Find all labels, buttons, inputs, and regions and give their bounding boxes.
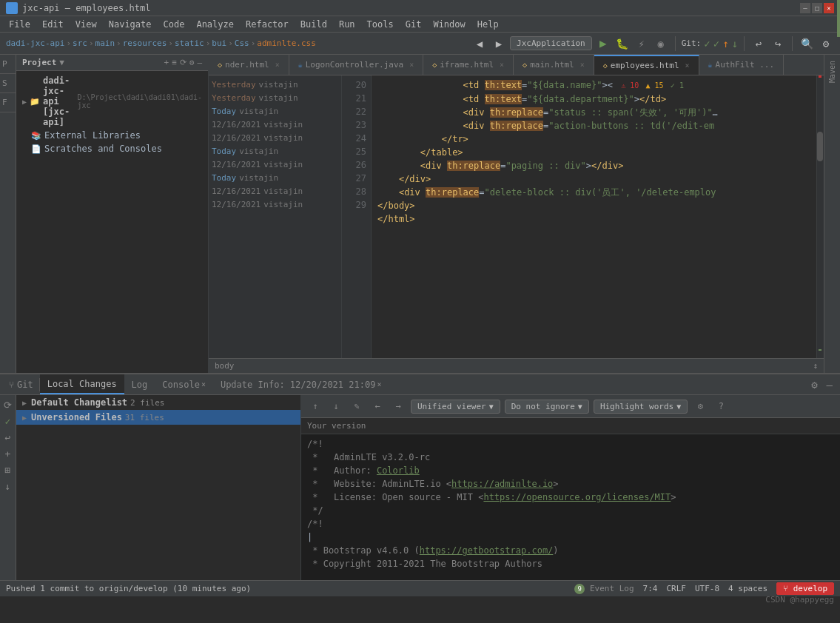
- profile-button[interactable]: ⚡: [634, 36, 650, 52]
- unified-viewer-selector[interactable]: Unified viewer ▼: [411, 400, 500, 414]
- breadcrumb-file[interactable]: adminlte.css: [257, 38, 315, 48]
- tab-close-icon[interactable]: ×: [409, 61, 414, 69]
- update-info-tab[interactable]: Update Info: 12/20/2021 21:09 ×: [213, 374, 389, 394]
- menu-tools[interactable]: Tools: [361, 18, 400, 31]
- editor-scrollbar[interactable]: [816, 75, 824, 358]
- tab-auth-filt[interactable]: ☕ AuthFilt ...: [699, 55, 784, 75]
- scrollbar-thumb[interactable]: [817, 132, 823, 161]
- diff-settings-btn[interactable]: ⚙: [692, 398, 708, 414]
- menu-git[interactable]: Git: [400, 18, 428, 31]
- panel-dropdown-icon[interactable]: ▼: [59, 58, 64, 67]
- back-navigation-icon[interactable]: ◀: [471, 36, 488, 52]
- add-icon[interactable]: +: [1, 447, 15, 460]
- breadcrumb-css[interactable]: Css: [235, 38, 249, 48]
- tab-iframe-html[interactable]: ◇ iframe.html ×: [423, 55, 514, 75]
- favorites-panel-icon[interactable]: F: [0, 93, 16, 112]
- tab-employees-html[interactable]: ◇ employees.html ×: [594, 55, 699, 75]
- tab-logon-controller[interactable]: ☕ LogonController.java ×: [289, 55, 424, 75]
- line-ending[interactable]: CRLF: [666, 584, 686, 593]
- redo-button[interactable]: ↪: [770, 36, 786, 52]
- tree-item-external[interactable]: 📚 External Libraries: [16, 129, 208, 142]
- breadcrumb-project[interactable]: dadi-jxc-api: [6, 38, 64, 48]
- default-changelist-item[interactable]: ▶ Default Changelist 2 files: [16, 395, 300, 410]
- panel-settings-btn[interactable]: ⚙: [807, 377, 821, 392]
- menu-code[interactable]: Code: [158, 18, 191, 31]
- breadcrumb-src[interactable]: src: [73, 38, 87, 48]
- tab-close-icon[interactable]: ×: [685, 61, 690, 70]
- edit-diff-btn[interactable]: ✎: [349, 398, 365, 414]
- git-pull-icon[interactable]: ↓: [732, 38, 738, 50]
- event-log-btn[interactable]: 9 Event Log: [574, 584, 634, 594]
- coverage-button[interactable]: ◉: [653, 36, 669, 52]
- menu-navigate[interactable]: Navigate: [103, 18, 158, 31]
- breadcrumb-static[interactable]: static: [175, 38, 204, 48]
- git-check-icon[interactable]: ✓: [704, 38, 710, 50]
- panel-settings-icon[interactable]: ⚙: [189, 58, 195, 67]
- console-close-icon[interactable]: ×: [201, 380, 206, 388]
- menu-analyze[interactable]: Analyze: [190, 18, 240, 31]
- go-right-btn[interactable]: →: [390, 398, 406, 414]
- menu-refactor[interactable]: Refactor: [240, 18, 295, 31]
- tree-item-scratches[interactable]: 📄 Scratches and Consoles: [16, 142, 208, 155]
- cursor-position[interactable]: 7:4: [643, 584, 658, 593]
- git-panel-tab[interactable]: ⑂ Git: [3, 378, 40, 391]
- menu-run[interactable]: Run: [333, 18, 361, 31]
- menu-build[interactable]: Build: [295, 18, 333, 31]
- prev-diff-btn[interactable]: ↑: [307, 398, 323, 414]
- unversioned-files-item[interactable]: ▶ Unversioned Files 31 files: [16, 410, 300, 425]
- panel-sync-icon[interactable]: ⟳: [180, 58, 187, 67]
- menu-view[interactable]: View: [70, 18, 103, 31]
- refresh-icon[interactable]: ⟳: [1, 398, 15, 411]
- git-branch-indicator[interactable]: ⑂ develop: [776, 582, 834, 595]
- undo-button[interactable]: ↩: [750, 36, 767, 52]
- diff-icon[interactable]: ⊞: [1, 463, 15, 476]
- commit-icon[interactable]: ✓: [1, 414, 15, 428]
- structure-panel-icon[interactable]: S: [0, 74, 16, 93]
- close-button[interactable]: ✕: [824, 3, 834, 13]
- indent-settings[interactable]: 4 spaces: [728, 584, 767, 593]
- highlight-words-selector[interactable]: Highlight words ▼: [594, 400, 688, 414]
- forward-navigation-icon[interactable]: ▶: [491, 36, 507, 52]
- tree-item-root[interactable]: ▶ 📁 dadi-jxc-api [jxc-api] D:\Project\da…: [16, 74, 208, 129]
- menu-edit[interactable]: Edit: [36, 18, 70, 31]
- maximize-button[interactable]: □: [812, 3, 822, 13]
- run-config-selector[interactable]: JxcApplication: [510, 36, 592, 50]
- tab-nder-html[interactable]: ◇ nder.html ×: [209, 55, 289, 75]
- event-count-badge: 9: [574, 584, 585, 594]
- rollback-icon[interactable]: ↩: [1, 431, 15, 444]
- diff-content[interactable]: /*! * AdminLTE v3.2.0-rc * Author: Color…: [301, 434, 840, 580]
- tab-main-html[interactable]: ◇ main.html ×: [514, 55, 594, 75]
- panel-list-icon[interactable]: ≡: [172, 58, 177, 67]
- search-everywhere-icon[interactable]: 🔍: [799, 36, 815, 52]
- settings-icon2[interactable]: ↓: [1, 479, 15, 493]
- settings-icon[interactable]: ⚙: [818, 36, 834, 52]
- panel-hide-icon[interactable]: –: [197, 58, 202, 67]
- breadcrumb-main[interactable]: main: [95, 38, 115, 48]
- menu-help[interactable]: Help: [471, 18, 505, 31]
- menu-window[interactable]: Window: [427, 18, 471, 31]
- diff-help-btn[interactable]: ?: [713, 398, 729, 414]
- console-tab[interactable]: Console ×: [155, 374, 213, 394]
- run-button[interactable]: ▶: [595, 36, 611, 52]
- git-check2-icon[interactable]: ✓: [713, 38, 719, 50]
- code-content[interactable]: <td th:text="${data.name}">< ⚠ 10 ▲ 15 ✓…: [372, 75, 816, 358]
- tab-close-icon[interactable]: ×: [500, 61, 504, 69]
- ignore-whitespace-selector[interactable]: Do not ignore ▼: [505, 400, 589, 414]
- menu-file[interactable]: File: [3, 18, 36, 31]
- tab-close-icon[interactable]: ×: [275, 61, 280, 69]
- panel-add-icon[interactable]: +: [164, 58, 169, 67]
- breadcrumb-bui[interactable]: bui: [212, 38, 226, 48]
- log-tab[interactable]: Log: [124, 374, 155, 394]
- panel-minimize-btn[interactable]: –: [822, 377, 837, 392]
- project-panel-icon[interactable]: P: [0, 55, 16, 74]
- local-changes-tab[interactable]: Local Changes: [40, 374, 124, 394]
- encoding[interactable]: UTF-8: [695, 584, 719, 593]
- tab-close-icon[interactable]: ×: [580, 61, 585, 69]
- breadcrumb-resources[interactable]: resources: [123, 38, 167, 48]
- update-close-icon[interactable]: ×: [377, 380, 381, 388]
- git-push-icon[interactable]: ↑: [722, 38, 728, 50]
- go-left-btn[interactable]: ←: [369, 398, 386, 414]
- debug-button[interactable]: 🐛: [614, 36, 631, 52]
- next-diff-btn[interactable]: ↓: [328, 398, 344, 414]
- minimize-button[interactable]: –: [800, 3, 810, 13]
